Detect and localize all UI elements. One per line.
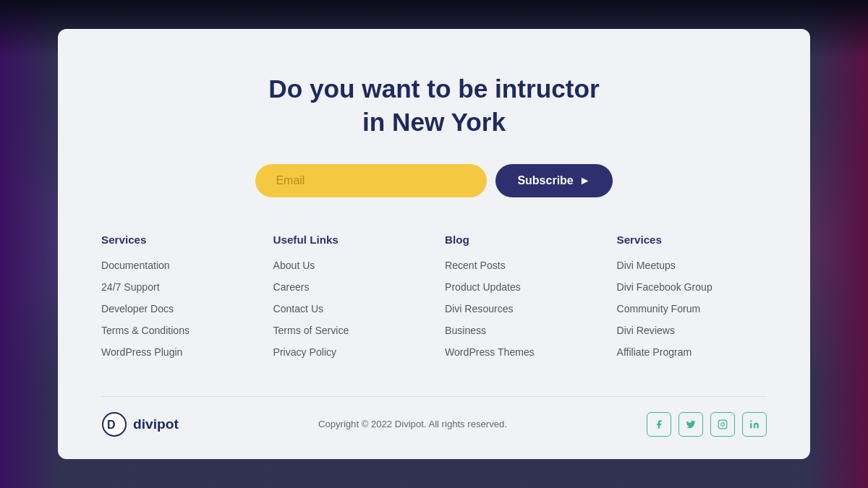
footer-col3-heading: Blog [445,234,595,246]
logo-text: divipot [133,416,179,432]
list-item: Affiliate Program [617,346,767,359]
link-tos[interactable]: Terms of Service [273,325,349,336]
footer-col-services-1: Services Documentation 24/7 Support Deve… [101,234,252,367]
list-item: Terms of Service [273,324,424,337]
link-careers[interactable]: Careers [273,281,310,293]
list-item: Terms & Conditions [101,324,252,337]
footer-col-useful-links: Useful Links About Us Careers Contact Us… [273,234,424,367]
footer-col4-list: Divi Meetups Divi Facebook Group Communi… [617,259,767,359]
list-item: Community Forum [617,302,767,315]
footer-col2-heading: Useful Links [273,234,424,246]
link-about-us[interactable]: About Us [273,260,315,271]
link-support[interactable]: 24/7 Support [101,281,160,293]
copyright-text: Copyright © 2022 Divipot. All rights res… [318,419,507,429]
list-item: Developer Docs [101,302,252,315]
link-wp-themes[interactable]: WordPress Themes [445,346,535,358]
footer-col2-list: About Us Careers Contact Us Terms of Ser… [273,259,424,359]
hero-section: Do you want to be intructor in New York … [101,72,767,197]
link-contact[interactable]: Contact Us [273,303,324,314]
svg-text:D: D [107,419,116,431]
send-icon: ► [579,174,591,187]
footer-col1-list: Documentation 24/7 Support Developer Doc… [101,259,252,359]
instagram-icon[interactable] [710,412,735,437]
subscribe-row: Subscribe ► [101,164,767,197]
subscribe-button[interactable]: Subscribe ► [495,164,612,197]
social-icons [647,412,767,437]
logo-icon: D [101,411,127,437]
list-item: 24/7 Support [101,281,252,294]
link-divi-meetups[interactable]: Divi Meetups [617,260,676,271]
facebook-icon[interactable] [647,412,671,437]
link-divi-resources[interactable]: Divi Resources [445,303,514,314]
page-wrapper: Do you want to be intructor in New York … [0,0,868,488]
link-privacy[interactable]: Privacy Policy [273,346,337,358]
list-item: Careers [273,281,424,294]
list-item: Divi Meetups [617,259,767,272]
list-item: Divi Reviews [617,324,767,337]
footer-col-blog: Blog Recent Posts Product Updates Divi R… [445,234,595,367]
svg-point-4 [750,420,752,421]
link-terms[interactable]: Terms & Conditions [101,325,190,336]
list-item: Documentation [101,259,252,272]
linkedin-icon[interactable] [742,412,767,437]
email-input[interactable] [255,164,487,197]
list-item: Contact Us [273,302,424,315]
list-item: WordPress Themes [445,346,595,359]
list-item: Privacy Policy [273,346,424,359]
link-documentation[interactable]: Documentation [101,260,170,271]
footer-col4-heading: Services [617,234,767,246]
main-card: Do you want to be intructor in New York … [58,29,810,459]
twitter-icon[interactable] [678,412,703,437]
link-affiliate[interactable]: Affiliate Program [617,346,692,358]
link-recent-posts[interactable]: Recent Posts [445,260,506,271]
footer-bottom: D divipot Copyright © 2022 Divipot. All … [101,396,767,437]
link-wp-plugin[interactable]: WordPress Plugin [101,346,182,358]
footer-col1-heading: Services [101,234,252,246]
link-divi-facebook[interactable]: Divi Facebook Group [617,281,712,293]
link-dev-docs[interactable]: Developer Docs [101,303,174,314]
hero-title: Do you want to be intructor in New York [101,72,767,139]
list-item: Business [445,324,595,337]
list-item: Product Updates [445,281,595,294]
list-item: Divi Resources [445,302,595,315]
logo-area: D divipot [101,411,179,437]
link-business[interactable]: Business [445,325,486,336]
list-item: Recent Posts [445,259,595,272]
footer-columns: Services Documentation 24/7 Support Deve… [101,234,767,367]
link-product-updates[interactable]: Product Updates [445,281,521,293]
footer-col3-list: Recent Posts Product Updates Divi Resour… [445,259,595,359]
list-item: WordPress Plugin [101,346,252,359]
footer-col-services-2: Services Divi Meetups Divi Facebook Grou… [617,234,767,367]
list-item: About Us [273,259,424,272]
link-divi-reviews[interactable]: Divi Reviews [617,325,676,336]
svg-rect-2 [718,420,727,429]
link-community-forum[interactable]: Community Forum [617,303,701,314]
list-item: Divi Facebook Group [617,281,767,294]
